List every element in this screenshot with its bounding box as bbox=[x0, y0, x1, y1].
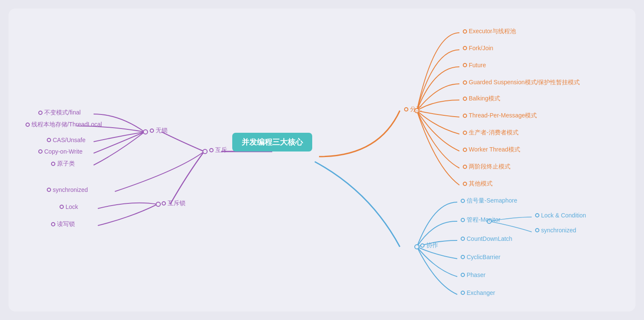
node-other-pattern: 其他模式 bbox=[463, 180, 493, 188]
node-cyclicbarrier: CyclicBarrier bbox=[461, 254, 500, 260]
node-immutable: 不变模式/final bbox=[38, 109, 81, 117]
center-node: 并发编程三大核心 bbox=[232, 133, 312, 151]
node-semaphore: 信号量-Semaphore bbox=[461, 197, 517, 205]
node-synchronized-standalone: synchronized bbox=[47, 186, 88, 193]
node-lock: Lock bbox=[60, 203, 78, 210]
node-phaser: Phaser bbox=[461, 271, 485, 278]
node-exchanger: Exchanger bbox=[461, 289, 495, 296]
node-atomic: 原子类 bbox=[51, 160, 75, 168]
node-threadlocal: 线程本地存储/ThreadLocal bbox=[26, 121, 102, 129]
node-executor: Executor与线程池 bbox=[463, 28, 516, 35]
node-copy-on-write: Copy-on-Write bbox=[38, 148, 83, 155]
node-mutex-lock: 互斥锁 bbox=[162, 200, 185, 207]
svg-point-3 bbox=[156, 202, 160, 206]
node-fenggong: 分工 bbox=[404, 106, 422, 113]
node-cooperation: 协作 bbox=[420, 242, 438, 249]
node-producer-consumer: 生产者-消费者模式 bbox=[463, 129, 519, 137]
node-balking: Balking模式 bbox=[463, 95, 500, 103]
node-guarded: Guarded Suspension模式/保护性暂挂模式 bbox=[463, 79, 580, 86]
node-readwrite-lock: 读写锁 bbox=[51, 220, 75, 228]
svg-point-4 bbox=[415, 245, 419, 249]
node-lockfree: 无锁 bbox=[150, 127, 168, 134]
node-future: Future bbox=[463, 62, 486, 69]
node-forkjoin: Fork/Join bbox=[463, 45, 493, 51]
node-thread-per-msg: Thread-Per-Message模式 bbox=[463, 112, 537, 120]
mindmap-canvas: 并发编程三大核心 分工 Executor与线程池 Fork/Join Futur… bbox=[9, 9, 635, 311]
node-monitor: 管程-Monitor bbox=[461, 216, 500, 224]
node-lock-condition: Lock & Condition bbox=[535, 212, 586, 219]
node-countdownlatch: CountDownLatch bbox=[461, 235, 512, 242]
node-cas: CAS/Unsafe bbox=[47, 137, 85, 143]
node-two-phase: 两阶段终止模式 bbox=[463, 163, 510, 171]
node-synchronized-blue: synchronized bbox=[535, 227, 576, 234]
svg-point-2 bbox=[143, 130, 148, 134]
svg-point-1 bbox=[203, 149, 207, 154]
node-mutex: 互斥 bbox=[209, 146, 227, 154]
node-worker-thread: Worker Thread模式 bbox=[463, 146, 520, 154]
